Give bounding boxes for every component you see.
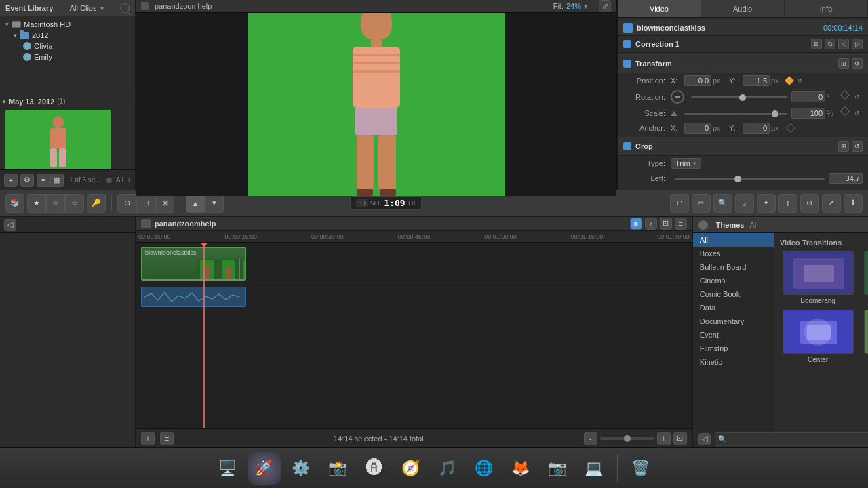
zoom-in-btn[interactable]: + (657, 432, 671, 445)
category-cinema[interactable]: Cinema (693, 274, 774, 287)
transform-reset-btn[interactable]: ↺ (852, 58, 863, 69)
zoom-reset-btn[interactable]: ⊡ (673, 432, 687, 445)
category-boxes[interactable]: Boxes (693, 247, 774, 260)
category-event[interactable]: Event (693, 328, 774, 342)
zoom-out-btn[interactable]: - (584, 432, 597, 445)
transform-resize-btn[interactable]: ⊞ (838, 58, 849, 69)
rate-neutral-btn[interactable]: ☆ (46, 194, 65, 213)
rate-bad-btn[interactable]: ☆ (65, 194, 84, 213)
crop-resize-btn[interactable]: ⊞ (838, 141, 849, 152)
library-btn[interactable]: 📚 (5, 194, 24, 213)
insert-btn[interactable]: ⊕ (117, 194, 136, 213)
position-reset-btn[interactable]: ↺ (795, 75, 806, 86)
category-kinetic[interactable]: Kinetic (693, 355, 774, 369)
crop-left-slider[interactable] (675, 178, 825, 180)
dock-firefox[interactable]: 🦊 (505, 452, 537, 485)
tab-video[interactable]: Video (618, 0, 701, 17)
timeline-skimmer-btn[interactable]: ≡ (675, 218, 687, 230)
add-btn-right[interactable]: + (127, 176, 131, 184)
rotation-slider[interactable] (691, 96, 787, 98)
timeline-snap-btn[interactable]: ⊡ (660, 218, 672, 230)
tab-audio[interactable]: Audio (701, 0, 785, 17)
category-all[interactable]: All (693, 233, 774, 247)
category-data[interactable]: Data (693, 301, 774, 314)
fullscreen-btn[interactable]: ⤢ (599, 0, 611, 12)
clip-thumb-beautiful-sinner[interactable] (5, 110, 111, 170)
timeline-add-btn[interactable]: + (141, 432, 155, 445)
dock-trash[interactable]: 🗑️ (625, 452, 657, 485)
selection-tool-btn[interactable]: ▲ (186, 194, 205, 213)
correction-next-btn[interactable]: ▷ (852, 39, 863, 49)
dock-safari[interactable]: 🧭 (395, 452, 427, 485)
rotation-keyframe-btn[interactable] (840, 90, 850, 100)
crop-section-header[interactable]: Crop ⊞ ↺ (618, 137, 868, 156)
dock-launchpad[interactable]: 🚀 (248, 452, 281, 485)
fit-value[interactable]: 24% (566, 2, 581, 10)
timeline-playhead[interactable] (203, 243, 205, 428)
theme-boomerang-2[interactable]: Boomerang (861, 251, 868, 304)
blade-btn[interactable]: ✂ (692, 194, 711, 213)
rotation-reset-btn[interactable]: ↺ (852, 92, 863, 102)
themes-prev-btn[interactable]: ◁ (698, 433, 711, 445)
position-y-input[interactable] (743, 75, 770, 86)
dock-facetime[interactable]: 📷 (541, 452, 574, 485)
correction-toggle-btn[interactable]: ⊞ (811, 39, 822, 49)
share-btn[interactable]: ↗ (822, 194, 841, 213)
crop-type-select[interactable]: Trim ▾ (671, 158, 701, 169)
anchor-keyframe-btn[interactable] (786, 123, 795, 133)
scale-input[interactable] (791, 108, 825, 119)
timeline-captions-btn[interactable]: ≡ (160, 432, 174, 445)
correction-prev-btn[interactable]: ◁ (838, 39, 849, 49)
overwrite-btn[interactable]: ⊠ (155, 194, 174, 213)
dock-terminal[interactable]: 💻 (578, 452, 610, 485)
theme-center-reveal[interactable]: Center Reveal (861, 310, 868, 363)
crop-left-input[interactable] (829, 173, 863, 184)
filmstrip-view-btn[interactable]: ▦ (50, 174, 64, 187)
scale-keyframe-btn[interactable] (840, 106, 850, 116)
timeline-back-btn[interactable]: ◁ (4, 219, 16, 231)
append-btn[interactable]: ⊞ (136, 194, 155, 213)
position-x-input[interactable] (684, 75, 711, 86)
generator-btn[interactable]: ⊙ (800, 194, 819, 213)
timeline-audio-btn[interactable]: ♪ (645, 218, 657, 230)
correction-copy-btn[interactable]: ⧉ (825, 39, 835, 49)
dock-appstore[interactable]: 🅐 (358, 452, 391, 485)
inspector-btn[interactable]: ℹ (844, 194, 863, 213)
search-icon[interactable] (120, 3, 130, 13)
dock-photos[interactable]: 📸 (321, 452, 354, 485)
add-event-btn[interactable]: + (4, 174, 18, 187)
rotation-dial[interactable] (671, 90, 684, 104)
tab-info[interactable]: Info (785, 0, 868, 17)
zoom-slider[interactable] (600, 437, 654, 440)
list-view-btn[interactable]: ≡ (37, 174, 50, 187)
scale-slider[interactable] (684, 113, 787, 115)
effects-btn[interactable]: ✦ (757, 194, 776, 213)
theme-center[interactable]: Center (780, 310, 856, 363)
position-keyframe-diamond[interactable] (785, 76, 794, 85)
rotation-input[interactable] (791, 92, 825, 102)
scale-expand-icon[interactable] (671, 111, 677, 116)
category-bulletin-board[interactable]: Bulletin Board (693, 260, 774, 274)
category-documentary[interactable]: Documentary (693, 314, 774, 328)
title-btn[interactable]: T (778, 194, 797, 213)
dock-itunes[interactable]: 🎵 (431, 452, 464, 485)
trim-tool-btn[interactable]: ▾ (205, 194, 224, 213)
timeline-color-btn[interactable]: ■ (630, 218, 642, 230)
dock-sysprefs[interactable]: ⚙️ (285, 452, 317, 485)
themes-all-label[interactable]: All (749, 221, 757, 229)
rate-good-btn[interactable]: ★ (27, 194, 46, 213)
transform-section-header[interactable]: Transform ⊞ ↺ (618, 54, 868, 73)
scale-reset-btn[interactable]: ↺ (852, 108, 863, 119)
theme-boomerang-1[interactable]: Boomerang (780, 251, 856, 304)
keyword-btn[interactable]: 🔑 (87, 194, 106, 213)
category-comic-book[interactable]: Comic Book (693, 287, 774, 301)
settings-btn[interactable]: ⚙ (20, 174, 34, 187)
anchor-y-input[interactable] (743, 123, 770, 134)
zoom-btn[interactable]: 🔍 (713, 194, 732, 213)
undo-btn[interactable]: ↩ (670, 194, 689, 213)
music-btn[interactable]: ♪ (735, 194, 754, 213)
dock-finder[interactable]: 🖥️ (212, 452, 244, 485)
year-folder[interactable]: ▾ 2012 (0, 30, 135, 41)
themes-search[interactable]: 🔍 (715, 432, 868, 446)
anchor-x-input[interactable] (684, 123, 711, 134)
